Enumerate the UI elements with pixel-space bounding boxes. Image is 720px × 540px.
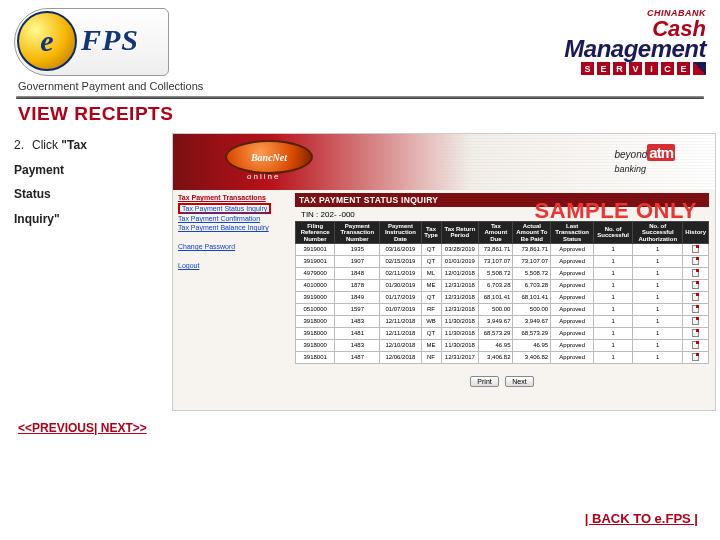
results-table: Filing Reference NumberPayment Transacti… [295,221,709,364]
cms-management: Management [564,39,706,59]
nav-change-password[interactable]: Change Password [178,242,286,251]
next-button[interactable]: Next [505,376,533,387]
table-row: 3919001190702/15/2019QT01/01/201973,107.… [296,255,709,267]
history-icon[interactable] [692,329,699,337]
table-row: 0510000159701/07/2019RF12/31/2018500.005… [296,303,709,315]
history-icon[interactable] [692,341,699,349]
table-row: 3918000148312/10/2018ME11/30/201846.9546… [296,339,709,351]
sample-watermark: SAMPLE ONLY [535,198,697,224]
atm-banking-tagline: beyondatm banking [615,144,676,175]
left-nav: Tax Payment Transactions Tax Payment Sta… [173,190,291,410]
bancnet-online: online [247,172,280,181]
efps-logo: e FPS [14,8,169,76]
cms-logo: CHINABANK Cash Management SERVICE [564,8,706,75]
cms-services: SERVICE [564,62,706,75]
table-row: 3918000148312/11/2018WB11/30/20183,949.6… [296,315,709,327]
nav-status-inquiry[interactable]: Tax Payment Status Inquiry [178,203,271,214]
table-row: 3919001193503/16/2019QT03/28/201973,861.… [296,243,709,255]
table-row: 4010000187801/30/2019ME12/31/20186,703.2… [296,279,709,291]
nav-balance-inquiry[interactable]: Tax Payment Balance Inquiry [178,223,286,232]
subheading: Government Payment and Collections [0,80,720,96]
step-text: 2.Click "Tax Payment Status Inquiry" [14,133,164,411]
history-icon[interactable] [692,317,699,325]
table-row: 3919000184901/17/2019QT12/31/201868,101.… [296,291,709,303]
embedded-screenshot: BancNet online beyondatm banking Tax Pay… [172,133,716,411]
nav-logout[interactable]: Logout [178,261,286,270]
table-row: 3918000148112/11/2018QT11/30/201868,573.… [296,327,709,339]
nav-confirmation[interactable]: Tax Payment Confirmation [178,214,286,223]
efps-text: FPS [81,23,139,57]
history-icon[interactable] [692,269,699,277]
print-button[interactable]: Print [470,376,498,387]
prev-next-link[interactable]: <<PREVIOUS| NEXT>> [0,411,165,435]
table-row: 4979000184802/11/2019ML12/01/20185,508.7… [296,267,709,279]
efps-e: e [40,24,53,58]
nav-header: Tax Payment Transactions [178,194,286,201]
history-icon[interactable] [692,257,699,265]
page-title: VIEW RECEIPTS [0,99,720,129]
history-icon[interactable] [692,281,699,289]
history-icon[interactable] [692,293,699,301]
back-to-efps-link[interactable]: | BACK TO e.FPS | [585,511,698,526]
table-row: 3918001148712/06/2018NF12/31/20173,406.8… [296,351,709,363]
history-icon[interactable] [692,305,699,313]
history-icon[interactable] [692,353,699,361]
bancnet-logo: BancNet [225,140,313,174]
history-icon[interactable] [692,245,699,253]
